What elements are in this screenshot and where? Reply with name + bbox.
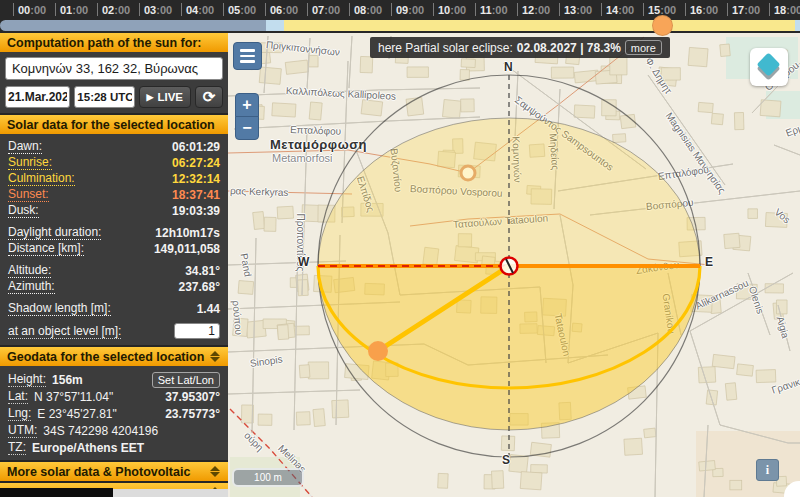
hour-tick bbox=[55, 3, 56, 16]
solar-row-value: 1.44 bbox=[197, 302, 220, 316]
solar-row-value: 12h10m17s bbox=[155, 226, 220, 240]
zoom-out-button[interactable]: − bbox=[235, 116, 259, 140]
hour-tick bbox=[139, 3, 140, 16]
height-label[interactable]: Height: bbox=[8, 372, 46, 387]
hour-tick bbox=[391, 3, 392, 16]
hour-label: 12:00 bbox=[522, 4, 550, 16]
cardinal-west: W bbox=[298, 255, 309, 269]
eclipse-text: here Partial solar eclipse: bbox=[378, 41, 513, 55]
hour-tick bbox=[349, 3, 350, 16]
lat-decimal-value: 37.95307° bbox=[165, 390, 220, 404]
hour-tick bbox=[223, 3, 224, 16]
hour-tick bbox=[433, 3, 434, 16]
map-canvas[interactable]: ΠριγκιποννήσωνΚαλλιπόλεως KallipoleosΕπτ… bbox=[228, 33, 800, 497]
solar-row: Sunset:18:37:41 bbox=[8, 187, 220, 203]
hour-tick bbox=[517, 3, 518, 16]
date-input[interactable] bbox=[5, 86, 70, 108]
zoom-in-button[interactable]: + bbox=[235, 93, 259, 117]
hour-label: 00:00 bbox=[18, 4, 46, 16]
sun-path-overlay bbox=[228, 33, 800, 497]
set-latlon-button[interactable]: Set Lat/Lon bbox=[152, 372, 220, 388]
solar-row-label[interactable]: Shadow length [m]: bbox=[8, 302, 111, 316]
sun-section-header: Computation path of the sun for: bbox=[0, 33, 228, 52]
solar-section-title: Solar data for the selected location bbox=[7, 118, 215, 132]
height-value: 156m bbox=[52, 373, 146, 387]
layers-button[interactable] bbox=[750, 48, 788, 86]
eclipse-more-button[interactable]: more bbox=[625, 40, 662, 55]
solar-data-list: Dawn:06:01:29Sunrise:06:27:24Culmination… bbox=[0, 134, 228, 321]
more-solar-section-header[interactable]: More solar data & Photovoltaic bbox=[0, 460, 228, 481]
hour-tick bbox=[685, 3, 686, 16]
solar-row: Dusk:19:03:39 bbox=[8, 203, 220, 219]
hour-tick bbox=[181, 3, 182, 16]
hour-tick bbox=[97, 3, 98, 16]
utm-label[interactable]: UTM: bbox=[8, 423, 37, 438]
solar-row-label[interactable]: Sunset: bbox=[8, 188, 49, 202]
hour-label: 09:00 bbox=[396, 4, 424, 16]
solar-row-label[interactable]: Culmination: bbox=[8, 172, 75, 186]
tz-label[interactable]: TZ: bbox=[8, 440, 26, 455]
phase-day bbox=[284, 20, 795, 31]
solar-row: Shadow length [m]:1.44 bbox=[8, 301, 220, 317]
solar-row-label[interactable]: Azimuth: bbox=[8, 280, 55, 294]
lng-dms-value: E 23°45'27.81" bbox=[37, 407, 159, 421]
solar-row: Azimuth:237.68° bbox=[8, 279, 220, 295]
lat-label[interactable]: Lat: bbox=[8, 389, 28, 404]
sun-section-title: Computation path of the sun for: bbox=[7, 36, 201, 50]
solar-row-label[interactable]: Distance [km]: bbox=[8, 242, 84, 256]
geodata-section-header[interactable]: Geodata for the selected location bbox=[0, 345, 228, 366]
lng-label[interactable]: Lng: bbox=[8, 406, 31, 421]
hour-label: 05:00 bbox=[228, 4, 256, 16]
sidebar: Computation path of the sun for: ▶ LIVE … bbox=[0, 33, 228, 497]
hour-tick bbox=[475, 3, 476, 16]
geodata-section-title: Geodata for the selected location bbox=[7, 350, 204, 364]
object-level-label[interactable]: at an object level [m]: bbox=[8, 324, 121, 339]
object-level-input[interactable] bbox=[174, 323, 220, 339]
solar-row-value: 149,011,058 bbox=[154, 242, 220, 256]
solar-row: Sunrise:06:27:24 bbox=[8, 155, 220, 171]
address-input[interactable] bbox=[5, 57, 223, 80]
play-icon: ▶ bbox=[147, 92, 154, 102]
time-slider-bar[interactable]: 00:0001:0002:0003:0004:0005:0006:0007:00… bbox=[0, 0, 800, 33]
hour-tick bbox=[601, 3, 602, 16]
solar-row-value: 237.68° bbox=[178, 280, 220, 294]
solar-row: Culmination:12:32:14 bbox=[8, 171, 220, 187]
hour-label: 03:00 bbox=[144, 4, 172, 16]
hour-label: 10:00 bbox=[438, 4, 466, 16]
cardinal-east: E bbox=[705, 255, 713, 269]
status-strip bbox=[0, 488, 113, 497]
solar-row-label[interactable]: Dusk: bbox=[8, 204, 39, 218]
hour-label: 04:00 bbox=[186, 4, 214, 16]
refresh-icon: ⟳ bbox=[203, 88, 216, 106]
time-slider-handle[interactable] bbox=[652, 15, 673, 36]
solar-row-value: 06:27:24 bbox=[172, 156, 220, 170]
map-menu-button[interactable] bbox=[233, 42, 262, 70]
solar-row-label[interactable]: Daylight duration: bbox=[8, 226, 101, 240]
hour-tick bbox=[727, 3, 728, 16]
hour-label: 02:00 bbox=[102, 4, 130, 16]
solar-row-label[interactable]: Dawn: bbox=[8, 140, 42, 154]
phase-twilight bbox=[795, 20, 800, 31]
phase-night bbox=[0, 20, 266, 31]
lat-dms-value: N 37°57'11.04" bbox=[34, 390, 159, 404]
solar-row-label[interactable]: Sunrise: bbox=[8, 156, 52, 170]
eclipse-date-value: 02.08.2027 | 78.3% bbox=[517, 41, 621, 55]
hour-label: 16:00 bbox=[690, 4, 718, 16]
scale-bar: 100 m bbox=[232, 468, 304, 487]
hour-label: 13:00 bbox=[564, 4, 592, 16]
live-button[interactable]: ▶ LIVE bbox=[139, 86, 191, 108]
solar-row: Dawn:06:01:29 bbox=[8, 139, 220, 155]
time-input[interactable] bbox=[74, 86, 134, 108]
collapse-chevron-icon bbox=[210, 350, 221, 363]
hour-tick bbox=[13, 3, 14, 16]
sun-position-marker[interactable] bbox=[368, 341, 388, 361]
refresh-button[interactable]: ⟳ bbox=[195, 86, 223, 108]
hour-tick bbox=[307, 3, 308, 16]
hour-tick bbox=[265, 3, 266, 16]
solar-row: Distance [km]:149,011,058 bbox=[8, 241, 220, 257]
utm-value: 34S 742298 4204196 bbox=[43, 424, 220, 438]
info-button[interactable]: i bbox=[756, 459, 779, 481]
solar-row-label[interactable]: Altitude: bbox=[8, 264, 51, 278]
solar-row: Daylight duration:12h10m17s bbox=[8, 225, 220, 241]
solar-section-header: Solar data for the selected location bbox=[0, 113, 228, 134]
